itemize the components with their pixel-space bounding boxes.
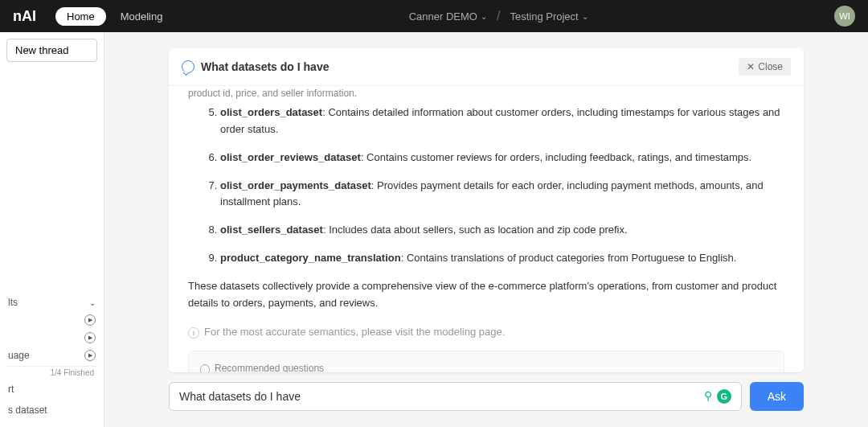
chevron-down-icon: ⌄ — [582, 12, 588, 21]
play-icon[interactable]: ▶ — [84, 332, 96, 343]
sidebar-link[interactable]: rt — [6, 379, 97, 400]
nav-modeling[interactable]: Modeling — [121, 10, 163, 23]
dataset-item: olist_order_payments_dataset: Provides p… — [220, 178, 784, 211]
info-icon: i — [188, 327, 199, 339]
card-title: What datasets do I have — [201, 60, 732, 73]
nav-home[interactable]: Home — [55, 7, 106, 26]
hint-row: i For the most accurate semantics, pleas… — [188, 321, 784, 351]
dataset-list: olist_orders_dataset: Contains detailed … — [188, 105, 784, 267]
chat-icon — [182, 60, 194, 73]
card-body: product id, price, and seller informatio… — [169, 86, 804, 372]
breadcrumb-separator: / — [497, 9, 500, 23]
sidebar-item[interactable]: uage ▶ — [6, 347, 97, 364]
recommended-questions: Recommended questions How does the avera… — [188, 351, 784, 372]
close-icon: ✕ — [747, 61, 755, 72]
bulb-icon — [200, 364, 210, 372]
pin-icon[interactable]: ⚲ — [704, 389, 712, 404]
app-logo: nAI — [13, 8, 36, 25]
play-icon[interactable]: ▶ — [84, 314, 96, 326]
input-row: ⚲ G Ask — [169, 382, 804, 411]
breadcrumb-project[interactable]: Testing Project ⌄ — [510, 10, 588, 23]
summary-text: These datasets collectively provide a co… — [188, 278, 784, 312]
topbar: nAI Home Modeling Canner DEMO ⌄ / Testin… — [0, 0, 868, 32]
dataset-item: olist_orders_dataset: Contains detailed … — [220, 105, 784, 138]
play-icon[interactable]: ▶ — [84, 350, 96, 361]
avatar[interactable]: WI — [834, 6, 855, 27]
truncated-text: product id, price, and seller informatio… — [188, 86, 784, 105]
new-thread-button[interactable]: New thread — [6, 39, 97, 62]
sidebar: New thread lts ⌄ ▶ ▶ uage ▶ 1/4 Finished… — [0, 32, 104, 427]
sidebar-item[interactable]: lts ⌄ — [6, 294, 97, 311]
answer-card: What datasets do I have ✕ Close product … — [169, 48, 804, 372]
dataset-item: product_category_name_translation: Conta… — [220, 250, 784, 267]
chevron-down-icon: ⌄ — [481, 12, 487, 21]
chevron-down-icon: ⌄ — [89, 298, 96, 307]
grammarly-icon[interactable]: G — [717, 389, 731, 404]
dataset-item: olist_sellers_dataset: Includes data abo… — [220, 222, 784, 239]
question-input-wrap: ⚲ G — [169, 382, 742, 411]
breadcrumb-org[interactable]: Canner DEMO ⌄ — [409, 10, 487, 23]
ask-button[interactable]: Ask — [750, 382, 804, 411]
breadcrumb: Canner DEMO ⌄ / Testing Project ⌄ — [162, 9, 834, 23]
sidebar-status: 1/4 Finished — [6, 366, 97, 379]
question-input[interactable] — [179, 390, 698, 403]
dataset-item: olist_order_reviews_dataset: Contains cu… — [220, 150, 784, 166]
sidebar-link[interactable]: s dataset — [6, 400, 97, 421]
sidebar-item[interactable]: ▶ — [6, 329, 97, 347]
close-button[interactable]: ✕ Close — [739, 58, 791, 76]
sidebar-item[interactable]: ▶ — [6, 311, 97, 329]
